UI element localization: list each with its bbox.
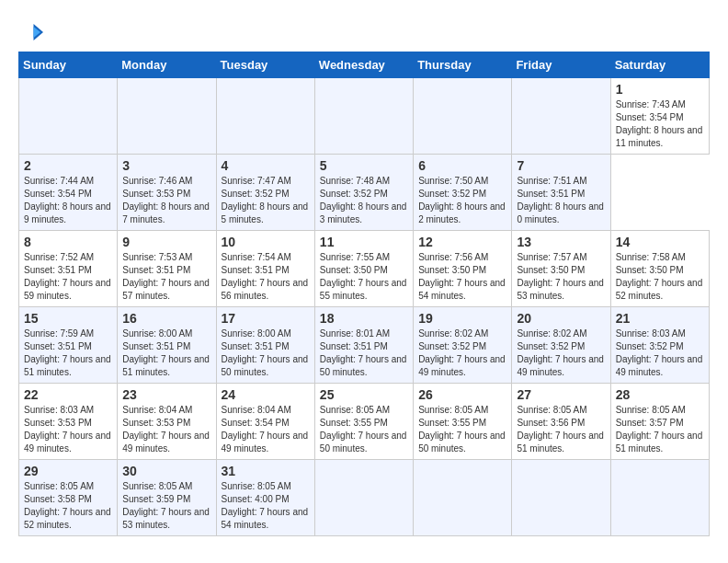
header-sunday: Sunday (19, 52, 118, 78)
empty-cell (512, 460, 610, 536)
calendar-day-15: 15 Sunrise: 7:59 AMSunset: 3:51 PMDaylig… (19, 307, 118, 384)
day-number: 30 (122, 464, 210, 478)
day-number: 1 (616, 82, 704, 97)
day-number: 7 (517, 158, 605, 173)
day-number: 26 (418, 387, 506, 402)
logo-icon (18, 18, 46, 46)
header-friday: Friday (512, 52, 610, 78)
logo (18, 18, 50, 46)
day-number: 23 (122, 387, 210, 402)
header-saturday: Saturday (610, 52, 709, 78)
day-number: 20 (517, 311, 605, 326)
day-number: 16 (122, 311, 210, 326)
day-info: Sunrise: 7:51 AMSunset: 3:51 PMDaylight:… (517, 176, 604, 224)
day-number: 22 (24, 387, 112, 402)
day-number: 6 (418, 158, 506, 173)
day-info: Sunrise: 8:04 AMSunset: 3:54 PMDaylight:… (222, 405, 309, 454)
day-info: Sunrise: 7:59 AMSunset: 3:51 PMDaylight:… (24, 328, 111, 377)
calendar-day-2: 2 Sunrise: 7:44 AMSunset: 3:54 PMDayligh… (19, 155, 118, 231)
calendar-day-10: 10 Sunrise: 7:54 AMSunset: 3:51 PMDaylig… (216, 231, 314, 307)
calendar-header-row: SundayMondayTuesdayWednesdayThursdayFrid… (19, 52, 710, 78)
day-info: Sunrise: 8:05 AMSunset: 3:58 PMDaylight:… (24, 481, 111, 530)
day-number: 27 (517, 387, 605, 402)
calendar-day-18: 18 Sunrise: 8:01 AMSunset: 3:51 PMDaylig… (314, 307, 413, 384)
empty-cell (610, 460, 709, 536)
calendar-day-7: 7 Sunrise: 7:51 AMSunset: 3:51 PMDayligh… (512, 155, 610, 231)
day-number: 28 (616, 387, 704, 402)
day-info: Sunrise: 7:58 AMSunset: 3:50 PMDaylight:… (616, 252, 703, 301)
day-info: Sunrise: 8:05 AMSunset: 4:00 PMDaylight:… (222, 481, 309, 530)
calendar-row: 29 Sunrise: 8:05 AMSunset: 3:58 PMDaylig… (19, 460, 710, 536)
day-info: Sunrise: 8:02 AMSunset: 3:52 PMDaylight:… (517, 328, 604, 377)
day-info: Sunrise: 8:04 AMSunset: 3:53 PMDaylight:… (122, 405, 210, 454)
calendar-day-21: 21 Sunrise: 8:03 AMSunset: 3:52 PMDaylig… (610, 307, 709, 384)
day-info: Sunrise: 8:01 AMSunset: 3:51 PMDaylight:… (320, 328, 407, 377)
day-info: Sunrise: 7:53 AMSunset: 3:51 PMDaylight:… (122, 252, 210, 301)
day-info: Sunrise: 8:02 AMSunset: 3:52 PMDaylight:… (418, 328, 506, 377)
day-number: 9 (122, 235, 210, 249)
day-number: 12 (418, 235, 506, 249)
calendar-day-17: 17 Sunrise: 8:00 AMSunset: 3:51 PMDaylig… (216, 307, 314, 384)
day-number: 21 (616, 311, 704, 326)
calendar-day-30: 30 Sunrise: 8:05 AMSunset: 3:59 PMDaylig… (118, 460, 216, 536)
day-info: Sunrise: 8:05 AMSunset: 3:59 PMDaylight:… (122, 481, 210, 530)
day-number: 4 (222, 158, 310, 173)
calendar-day-12: 12 Sunrise: 7:56 AMSunset: 3:50 PMDaylig… (414, 231, 512, 307)
day-number: 17 (222, 311, 310, 326)
day-number: 5 (320, 158, 408, 173)
empty-cell (216, 78, 314, 155)
calendar-day-6: 6 Sunrise: 7:50 AMSunset: 3:52 PMDayligh… (414, 155, 512, 231)
day-number: 2 (24, 158, 112, 173)
day-info: Sunrise: 7:48 AMSunset: 3:52 PMDaylight:… (320, 176, 407, 224)
day-number: 10 (222, 235, 310, 249)
calendar-day-19: 19 Sunrise: 8:02 AMSunset: 3:52 PMDaylig… (414, 307, 512, 384)
day-info: Sunrise: 7:57 AMSunset: 3:50 PMDaylight:… (517, 252, 604, 301)
calendar-day-4: 4 Sunrise: 7:47 AMSunset: 3:52 PMDayligh… (216, 155, 314, 231)
page-header (18, 18, 710, 46)
day-number: 13 (517, 235, 605, 249)
calendar-row: 8 Sunrise: 7:52 AMSunset: 3:51 PMDayligh… (19, 231, 710, 307)
day-number: 3 (122, 158, 210, 173)
day-info: Sunrise: 8:00 AMSunset: 3:51 PMDaylight:… (122, 328, 210, 377)
day-number: 25 (320, 387, 408, 402)
calendar-day-3: 3 Sunrise: 7:46 AMSunset: 3:53 PMDayligh… (118, 155, 216, 231)
day-number: 14 (616, 235, 704, 249)
day-info: Sunrise: 7:43 AMSunset: 3:54 PMDaylight:… (616, 99, 703, 148)
empty-cell (314, 460, 413, 536)
calendar-day-22: 22 Sunrise: 8:03 AMSunset: 3:53 PMDaylig… (19, 384, 118, 460)
day-info: Sunrise: 7:55 AMSunset: 3:50 PMDaylight:… (320, 252, 407, 301)
day-info: Sunrise: 7:46 AMSunset: 3:53 PMDaylight:… (122, 176, 210, 224)
empty-cell (512, 78, 610, 155)
day-info: Sunrise: 7:44 AMSunset: 3:54 PMDaylight:… (24, 176, 111, 224)
day-info: Sunrise: 7:54 AMSunset: 3:51 PMDaylight:… (222, 252, 309, 301)
day-number: 11 (320, 235, 408, 249)
calendar-row: 2 Sunrise: 7:44 AMSunset: 3:54 PMDayligh… (19, 155, 710, 231)
day-info: Sunrise: 8:05 AMSunset: 3:57 PMDaylight:… (616, 405, 703, 454)
calendar-day-20: 20 Sunrise: 8:02 AMSunset: 3:52 PMDaylig… (512, 307, 610, 384)
calendar-day-23: 23 Sunrise: 8:04 AMSunset: 3:53 PMDaylig… (118, 384, 216, 460)
calendar-day-14: 14 Sunrise: 7:58 AMSunset: 3:50 PMDaylig… (610, 231, 709, 307)
day-number: 18 (320, 311, 408, 326)
calendar-row: 15 Sunrise: 7:59 AMSunset: 3:51 PMDaylig… (19, 307, 710, 384)
day-info: Sunrise: 7:47 AMSunset: 3:52 PMDaylight:… (222, 176, 309, 224)
day-info: Sunrise: 8:05 AMSunset: 3:55 PMDaylight:… (418, 405, 506, 454)
calendar-row: 22 Sunrise: 8:03 AMSunset: 3:53 PMDaylig… (19, 384, 710, 460)
day-number: 24 (222, 387, 310, 402)
day-info: Sunrise: 8:03 AMSunset: 3:52 PMDaylight:… (616, 328, 703, 377)
header-tuesday: Tuesday (216, 52, 314, 78)
calendar-day-5: 5 Sunrise: 7:48 AMSunset: 3:52 PMDayligh… (314, 155, 413, 231)
day-info: Sunrise: 7:56 AMSunset: 3:50 PMDaylight:… (418, 252, 506, 301)
calendar-day-25: 25 Sunrise: 8:05 AMSunset: 3:55 PMDaylig… (314, 384, 413, 460)
calendar-day-1: 1 Sunrise: 7:43 AMSunset: 3:54 PMDayligh… (610, 78, 709, 155)
header-thursday: Thursday (414, 52, 512, 78)
calendar-table: SundayMondayTuesdayWednesdayThursdayFrid… (18, 52, 710, 536)
empty-cell (19, 78, 118, 155)
day-number: 15 (24, 311, 112, 326)
day-number: 31 (222, 464, 310, 478)
calendar-day-29: 29 Sunrise: 8:05 AMSunset: 3:58 PMDaylig… (19, 460, 118, 536)
day-number: 19 (418, 311, 506, 326)
day-info: Sunrise: 7:52 AMSunset: 3:51 PMDaylight:… (24, 252, 111, 301)
day-number: 8 (24, 235, 112, 249)
day-info: Sunrise: 8:05 AMSunset: 3:56 PMDaylight:… (517, 405, 604, 454)
calendar-day-31: 31 Sunrise: 8:05 AMSunset: 4:00 PMDaylig… (216, 460, 314, 536)
